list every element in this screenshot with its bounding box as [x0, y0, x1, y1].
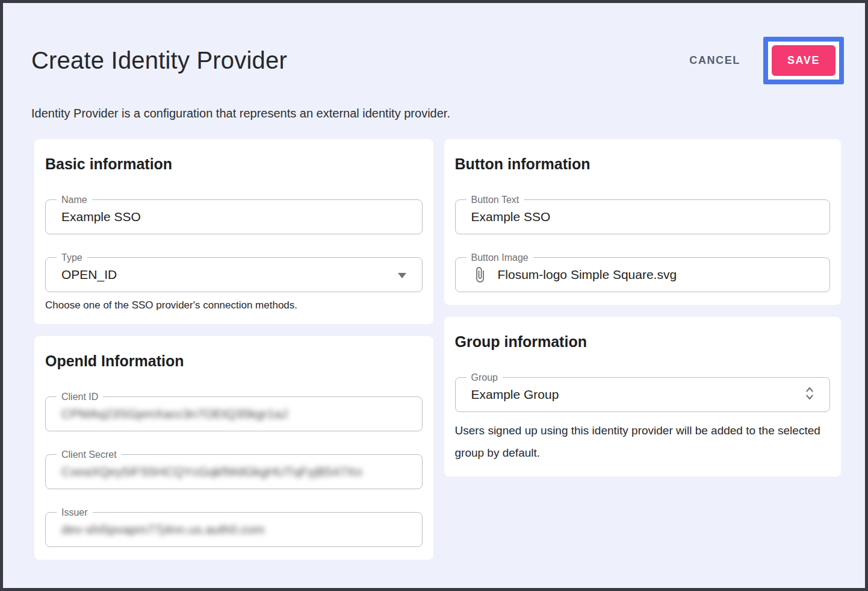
basic-information-title: Basic information — [45, 155, 423, 173]
page-header: Create Identity Provider CANCEL SAVE — [31, 37, 844, 84]
group-information-title: Group information — [455, 333, 831, 351]
paperclip-icon — [471, 266, 488, 283]
button-information-title: Button information — [455, 155, 831, 173]
caret-down-icon — [398, 273, 406, 278]
button-text-field-value: Example SSO — [471, 210, 551, 224]
issuer-field[interactable]: Issuer dev-shi5pvapm77j4nn.us.auth0.com — [45, 512, 423, 547]
group-select[interactable]: Group Example Group — [455, 377, 831, 412]
button-information-card: Button information Button Text Example S… — [444, 139, 842, 305]
group-select-value: Example Group — [471, 387, 559, 402]
button-image-field-value: Flosum-logo Simple Square.svg — [498, 267, 677, 282]
type-helper-text: Choose one of the SSO provider's connect… — [45, 299, 423, 311]
name-field-value: Example SSO — [61, 210, 141, 224]
client-secret-field[interactable]: Client Secret CxeaXQey5iFS5HCQYcGqkfWdGk… — [45, 454, 423, 489]
group-helper-text: Users signed up using this identity prov… — [455, 419, 831, 464]
name-field[interactable]: Name Example SSO — [45, 199, 423, 234]
issuer-field-value-redacted: dev-shi5pvapm77j4nn.us.auth0.com — [61, 522, 264, 537]
button-text-field-label: Button Text — [467, 194, 524, 206]
name-field-label: Name — [57, 194, 92, 206]
basic-information-card: Basic information Name Example SSO Type … — [34, 139, 433, 324]
type-select-label: Type — [57, 252, 87, 264]
type-select-value: OPEN_ID — [61, 267, 117, 282]
save-button[interactable]: SAVE — [772, 45, 835, 76]
group-information-card: Group information Group Example Group Us… — [444, 317, 842, 477]
client-id-field-label: Client ID — [57, 391, 103, 403]
left-column: Basic information Name Example SSO Type … — [34, 139, 433, 572]
button-text-field[interactable]: Button Text Example SSO — [455, 199, 831, 234]
client-secret-field-label: Client Secret — [57, 449, 122, 461]
unfold-more-icon — [803, 385, 816, 404]
client-id-field[interactable]: Client ID CPMAq23SGpmXacc3n7OEtQ35kgr1aJ — [45, 396, 423, 431]
type-select[interactable]: Type OPEN_ID — [45, 257, 423, 292]
form-columns: Basic information Name Example SSO Type … — [34, 139, 841, 572]
header-actions: CANCEL SAVE — [684, 37, 844, 84]
button-image-field[interactable]: Button Image Flosum-logo Simple Square.s… — [455, 257, 831, 292]
page-description: Identity Provider is a configuration tha… — [31, 107, 837, 120]
save-button-highlight-box: SAVE — [763, 37, 844, 84]
cancel-button[interactable]: CANCEL — [684, 48, 745, 73]
right-column: Button information Button Text Example S… — [444, 139, 842, 489]
client-secret-field-value-redacted: CxeaXQey5iFS5HCQYcGqkfWdGkgHUTqFyjB547Xo — [61, 464, 362, 479]
page-title: Create Identity Provider — [31, 47, 287, 74]
openid-information-card: OpenId Information Client ID CPMAq23SGpm… — [34, 336, 433, 560]
group-select-label: Group — [467, 372, 503, 384]
issuer-field-label: Issuer — [57, 507, 93, 519]
openid-information-title: OpenId Information — [45, 352, 423, 370]
button-image-field-label: Button Image — [467, 252, 533, 264]
client-id-field-value-redacted: CPMAq23SGpmXacc3n7OEtQ35kgr1aJ — [61, 407, 288, 421]
